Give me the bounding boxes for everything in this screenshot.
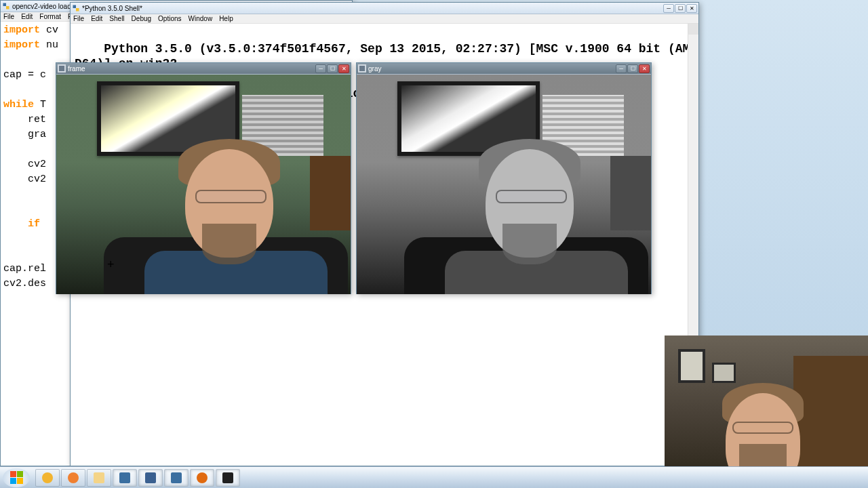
- shell-menubar: FileEditShellDebugOptionsWindowHelp: [71, 14, 698, 24]
- maximize-button[interactable]: ☐: [327, 64, 338, 73]
- python-icon: [119, 472, 130, 483]
- taskbar-item-wing[interactable]: [138, 469, 163, 487]
- app-icon: [358, 64, 366, 73]
- bookshelf: [610, 156, 651, 230]
- cv-gray-window: gray ─ ☐ ✕: [356, 62, 652, 294]
- svg-rect-3: [76, 8, 79, 12]
- person-glasses: [195, 190, 267, 203]
- wing-icon: [145, 472, 156, 483]
- shell-title: *Python 3.5.0 Shell*: [82, 5, 663, 12]
- camera-wall-frame: [678, 349, 705, 383]
- minimize-button[interactable]: ─: [663, 4, 674, 13]
- cv-frame-title: frame: [68, 65, 315, 73]
- maximize-button[interactable]: ☐: [675, 4, 686, 13]
- taskbar-item-wmp[interactable]: [61, 469, 85, 487]
- svg-rect-5: [59, 66, 64, 71]
- idle-icon: [171, 472, 182, 483]
- scroll-up-icon[interactable]: [688, 24, 698, 35]
- menu-item-edit[interactable]: Edit: [21, 13, 33, 20]
- cmd-icon: [222, 472, 233, 483]
- cv-gray-titlebar[interactable]: gray ─ ☐ ✕: [357, 63, 651, 75]
- menu-item-format[interactable]: Format: [39, 13, 61, 20]
- menu-item-file[interactable]: File: [3, 13, 14, 20]
- person-beard: [502, 224, 557, 264]
- camera-wall-frame: [712, 363, 736, 383]
- python-icon: [72, 4, 80, 12]
- firefox-icon: [197, 472, 208, 483]
- menu-item-shell[interactable]: Shell: [109, 15, 124, 22]
- cv-gray-image: [357, 75, 651, 294]
- person-glasses: [496, 190, 567, 203]
- taskbar-items: [35, 469, 240, 487]
- svg-rect-7: [359, 66, 365, 71]
- taskbar-item-explorer[interactable]: [87, 469, 111, 487]
- explorer-icon: [94, 472, 104, 483]
- shell-titlebar[interactable]: *Python 3.5.0 Shell* ─ ☐ ✕: [71, 3, 698, 14]
- close-button[interactable]: ✕: [639, 64, 650, 73]
- camera-bookshelf: [793, 356, 868, 485]
- app-icon: [58, 64, 66, 73]
- windows-logo-icon: [9, 471, 23, 485]
- svg-rect-0: [3, 3, 7, 7]
- taskbar: [0, 466, 868, 488]
- menu-item-file[interactable]: File: [73, 15, 84, 22]
- menu-item-options[interactable]: Options: [158, 15, 181, 22]
- svg-rect-1: [6, 6, 9, 9]
- person-beard: [202, 224, 256, 264]
- taskbar-item-firefox[interactable]: [190, 469, 214, 487]
- close-button[interactable]: ✕: [338, 64, 349, 73]
- cv-frame-window: frame ─ ☐ ✕ +: [56, 62, 351, 294]
- menu-item-window[interactable]: Window: [189, 15, 213, 22]
- chrome-icon: [42, 472, 53, 483]
- menu-item-help[interactable]: Help: [219, 15, 233, 22]
- cv-frame-titlebar[interactable]: frame ─ ☐ ✕: [56, 63, 351, 75]
- taskbar-item-python[interactable]: [113, 469, 137, 487]
- start-button[interactable]: [3, 468, 30, 487]
- minimize-button[interactable]: ─: [616, 64, 627, 73]
- maximize-button[interactable]: ☐: [627, 64, 638, 73]
- camera-person-glasses: [732, 422, 793, 434]
- close-button[interactable]: ✕: [686, 4, 697, 13]
- svg-rect-2: [73, 5, 77, 9]
- wmp-icon: [68, 472, 79, 483]
- presenter-camera-overlay: [665, 336, 868, 488]
- cv-frame-image: +: [56, 75, 351, 294]
- python-icon: [2, 2, 10, 10]
- bookshelf: [310, 156, 351, 230]
- minimize-button[interactable]: ─: [315, 64, 326, 73]
- menu-item-debug[interactable]: Debug: [132, 15, 151, 22]
- cv-gray-title: gray: [368, 65, 616, 73]
- taskbar-item-idle[interactable]: [164, 469, 189, 487]
- menu-item-edit[interactable]: Edit: [91, 15, 102, 22]
- taskbar-item-chrome[interactable]: [35, 469, 60, 487]
- taskbar-item-cmd[interactable]: [216, 469, 240, 487]
